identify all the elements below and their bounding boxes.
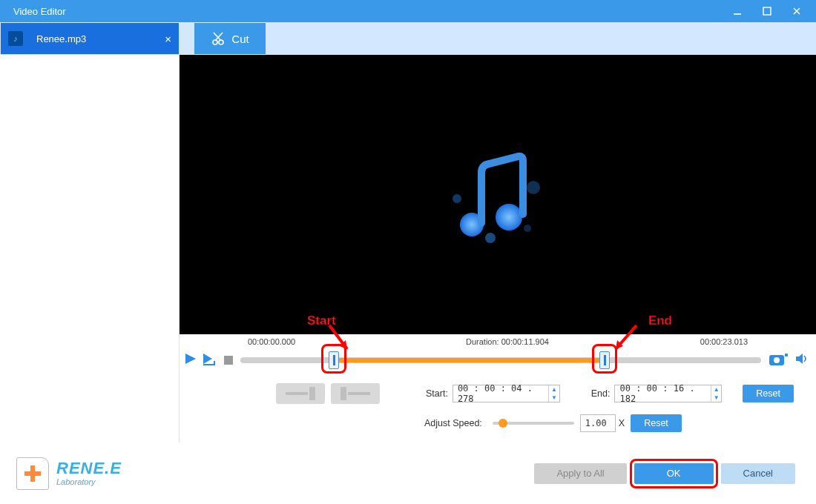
timeline-labels: 00:00:00.000 Duration: 00:00:11.904 00:0… bbox=[184, 337, 809, 349]
brand-sub: Laboratory bbox=[56, 478, 122, 486]
selection-range bbox=[334, 358, 605, 362]
svg-point-10 bbox=[453, 194, 461, 203]
tab-cut[interactable]: Cut bbox=[194, 23, 266, 54]
speed-knob[interactable] bbox=[499, 419, 507, 428]
annotation-start-box bbox=[321, 344, 346, 374]
snapshot-button[interactable] bbox=[769, 351, 788, 369]
video-preview: Start End bbox=[180, 55, 816, 334]
scissors-icon bbox=[211, 31, 226, 46]
reset-speed-button[interactable]: Reset bbox=[631, 414, 682, 432]
brand-name: RENE.E bbox=[56, 460, 122, 477]
speed-label: Adjust Speed: bbox=[424, 418, 482, 428]
svg-rect-22 bbox=[785, 354, 788, 357]
tab-cut-label: Cut bbox=[231, 33, 249, 45]
file-tab-renee[interactable]: ♪ Renee.mp3 × bbox=[1, 23, 179, 54]
annotation-ok-box bbox=[630, 459, 718, 488]
speed-unit: X bbox=[619, 418, 625, 428]
top-strip: ♪ Renee.mp3 × Cut bbox=[0, 22, 816, 55]
timeline: 00:00:00.000 Duration: 00:00:11.904 00:0… bbox=[180, 334, 816, 371]
svg-rect-25 bbox=[24, 471, 41, 476]
tool-tabs: Cut bbox=[180, 22, 816, 55]
speed-slider[interactable] bbox=[493, 422, 574, 425]
timeline-track[interactable] bbox=[240, 357, 761, 363]
file-thumb-icon: ♪ bbox=[8, 31, 23, 46]
svg-marker-16 bbox=[185, 354, 196, 364]
titlebar: Video Editor bbox=[0, 0, 816, 22]
spin-down-icon[interactable]: ▼ bbox=[549, 394, 559, 402]
music-note-icon bbox=[446, 143, 550, 247]
timeline-start-time: 00:00:00.000 bbox=[248, 337, 295, 346]
play-segment-button[interactable] bbox=[202, 352, 217, 368]
window-title: Video Editor bbox=[13, 6, 723, 17]
file-name: Renee.mp3 bbox=[36, 33, 86, 44]
play-button[interactable] bbox=[184, 352, 197, 368]
end-time-input[interactable]: 00 : 00 : 16 . 182 ▲▼ bbox=[614, 385, 722, 402]
svg-point-21 bbox=[774, 357, 780, 363]
svg-rect-1 bbox=[763, 7, 771, 15]
svg-point-13 bbox=[524, 225, 531, 232]
brand-logo: RENE.E Laboratory bbox=[16, 457, 122, 490]
file-tab-close-icon[interactable]: × bbox=[165, 33, 171, 45]
svg-point-11 bbox=[527, 181, 540, 194]
svg-point-9 bbox=[496, 204, 522, 231]
svg-rect-19 bbox=[214, 361, 215, 365]
svg-point-12 bbox=[485, 233, 496, 243]
logo-mark-icon bbox=[16, 457, 49, 490]
start-time-input[interactable]: 00 : 00 : 04 . 278 ▲▼ bbox=[453, 385, 560, 402]
body: Start End 00:00:00.000 Duration: 00:00:1… bbox=[0, 55, 816, 442]
mark-end-button[interactable] bbox=[331, 383, 380, 404]
svg-marker-17 bbox=[203, 354, 212, 364]
cancel-button[interactable]: Cancel bbox=[721, 463, 795, 484]
end-time-value: 00 : 00 : 16 . 182 bbox=[615, 383, 710, 404]
start-time-value: 00 : 00 : 04 . 278 bbox=[453, 383, 548, 404]
svg-marker-23 bbox=[796, 354, 803, 364]
maximize-button[interactable] bbox=[752, 0, 782, 22]
reset-time-button[interactable]: Reset bbox=[743, 385, 794, 402]
timeline-duration: Duration: 00:00:11.904 bbox=[466, 337, 549, 346]
sidebar bbox=[0, 55, 180, 442]
footer: RENE.E Laboratory Apply to All OK Cancel bbox=[0, 442, 816, 504]
annotation-end-label: End bbox=[648, 314, 672, 328]
end-label: End: bbox=[591, 388, 611, 399]
speed-input[interactable]: 1.00 bbox=[580, 414, 616, 432]
apply-to-all-button[interactable]: Apply to All bbox=[534, 463, 626, 484]
annotation-end-box bbox=[592, 344, 617, 374]
start-label: Start: bbox=[426, 388, 448, 399]
close-button[interactable] bbox=[782, 0, 812, 22]
mark-start-button[interactable] bbox=[276, 383, 325, 404]
speed-value: 1.00 bbox=[581, 418, 611, 428]
timeline-end-time: 00:00:23.013 bbox=[700, 337, 748, 346]
spin-up-icon[interactable]: ▲ bbox=[549, 385, 559, 394]
stop-button[interactable] bbox=[224, 356, 233, 365]
main-area: Start End 00:00:00.000 Duration: 00:00:1… bbox=[180, 55, 816, 442]
volume-button[interactable] bbox=[795, 352, 809, 368]
minimize-button[interactable] bbox=[723, 0, 752, 22]
cut-controls: Start: 00 : 00 : 04 . 278 ▲▼ End: 00 : 0… bbox=[180, 371, 816, 442]
spin-up-icon[interactable]: ▲ bbox=[711, 385, 721, 394]
file-tabs: ♪ Renee.mp3 × bbox=[0, 22, 180, 55]
svg-rect-18 bbox=[203, 364, 215, 365]
spin-down-icon[interactable]: ▼ bbox=[711, 394, 721, 402]
